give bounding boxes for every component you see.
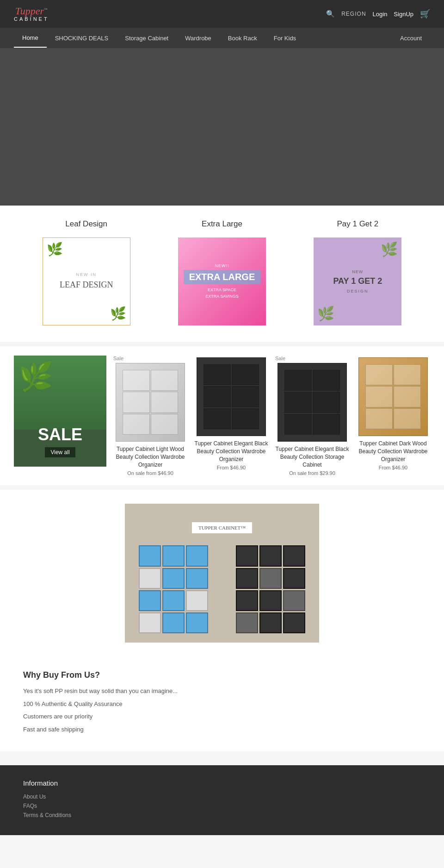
extra-main-text: EXTRA LARGE	[184, 270, 261, 284]
category-card-pay[interactable]: Pay 1 Get 2 🌿 NEW PAY 1 GET 2 DESIGN 🌿	[295, 219, 421, 328]
product-3-name: Tupper Cabinet Elegant Black Beauty Coll…	[275, 445, 349, 468]
product-1-name: Tupper Cabinet Light Wood Beauty Collect…	[113, 445, 187, 468]
region-label: REGION	[341, 11, 366, 17]
pay-icon-bl: 🌿	[317, 306, 334, 322]
extra-sub-lines: EXTRA SPACE EXTRA SAVINGS	[205, 287, 238, 300]
footer-link-terms[interactable]: Terms & Conditions	[23, 812, 421, 818]
category-section: Leaf Design 🌿 NEW IN LEAF DESIGN 🌿 Extra…	[0, 206, 444, 342]
product-1-price: On sale from $46.90	[127, 470, 173, 476]
why-item-3: Customers are our priority	[23, 712, 421, 721]
signup-link[interactable]: SignUp	[394, 11, 413, 18]
why-item-4: Fast and safe shipping	[23, 725, 421, 734]
nav-item-storage-cabinet[interactable]: Storage Cabinet	[117, 29, 177, 47]
footer-link-faqs[interactable]: FAQs	[23, 803, 421, 809]
product-card-2[interactable]: Tupper Cabinet Elegant Black Beauty Coll…	[194, 356, 268, 470]
header: Tupper™ CABINET 🔍 REGION Login SignUp 🛒	[0, 0, 444, 28]
view-all-label[interactable]: View all	[45, 447, 75, 457]
category-grid: Leaf Design 🌿 NEW IN LEAF DESIGN 🌿 Extra…	[23, 219, 421, 328]
product-3-image	[278, 363, 347, 442]
product-2-name: Tupper Cabinet Elegant Black Beauty Coll…	[194, 440, 268, 463]
nav-item-shocking-deals[interactable]: SHOCKING DEALS	[47, 29, 117, 47]
pay-design-text: DESIGN	[347, 289, 369, 293]
product-4-name: Tupper Cabinet Dark Wood Beauty Collecti…	[356, 440, 430, 463]
category-image-pay: 🌿 NEW PAY 1 GET 2 DESIGN 🌿	[311, 235, 404, 328]
category-title-pay: Pay 1 Get 2	[337, 219, 378, 229]
pay-badge: NEW	[352, 269, 363, 274]
cabinet-blue	[139, 545, 208, 633]
logo-tupper: Tupper™	[15, 6, 48, 16]
nav-item-book-rack[interactable]: Book Rack	[220, 29, 265, 47]
category-image-leaf: 🌿 NEW IN LEAF DESIGN 🌿	[40, 235, 133, 328]
leaf-icon-br: 🌿	[110, 306, 126, 321]
footer-info-title: Information	[23, 779, 421, 787]
why-title: Why Buy From Us?	[23, 670, 421, 680]
login-link[interactable]: Login	[373, 11, 388, 18]
category-title-leaf: Leaf Design	[65, 219, 107, 229]
nav: Home SHOCKING DEALS Storage Cabinet Ward…	[0, 28, 444, 48]
pay-main-text: PAY 1 GET 2	[333, 276, 382, 287]
category-card-extra[interactable]: Extra Large NEW!! EXTRA LARGE EXTRA SPAC…	[159, 219, 285, 328]
extra-badge: NEW!!	[215, 263, 229, 268]
hero-banner	[0, 48, 444, 206]
search-icon[interactable]: 🔍	[326, 10, 335, 18]
product-1-sale-badge: Sale	[113, 356, 123, 361]
footer-link-about[interactable]: About Us	[23, 793, 421, 800]
product-card-1[interactable]: Sale Tupper Cabinet Light Wood Beauty Co…	[113, 356, 187, 476]
product-2-image	[197, 357, 266, 436]
nav-item-for-kids[interactable]: For Kids	[265, 29, 304, 47]
cabinet-dark	[236, 545, 305, 633]
logo-cabinet: CABINET	[14, 16, 49, 22]
brand-logo: TUPPER CABINET™	[192, 522, 252, 533]
product-card-3[interactable]: Sale Tupper Cabinet Elegant Black Beauty…	[275, 356, 349, 476]
product-card-4[interactable]: Tupper Cabinet Dark Wood Beauty Collecti…	[356, 356, 430, 470]
products-section: 🌿 SALE View all Sale Tupper Cabinet Ligh…	[0, 346, 444, 485]
products-grid: 🌿 SALE View all Sale Tupper Cabinet Ligh…	[14, 356, 430, 476]
category-image-extra: NEW!! EXTRA LARGE EXTRA SPACE EXTRA SAVI…	[176, 235, 268, 328]
nav-account[interactable]: Account	[392, 29, 430, 47]
leaf-main-text: LEAF DESIGN	[60, 280, 113, 290]
brand-section: TUPPER CABINET™	[0, 490, 444, 656]
nav-item-wardrobe[interactable]: Wardrobe	[177, 29, 220, 47]
why-item-1: Yes it's soft PP resin but way solid tha…	[23, 687, 421, 696]
leaf-icon-tl: 🌿	[47, 242, 63, 257]
product-4-image	[358, 357, 428, 436]
leaf-sub-text: NEW IN	[76, 272, 97, 277]
product-2-price: From $46.90	[217, 465, 246, 470]
pay-icon-tr: 🌿	[381, 241, 398, 257]
product-3-sale-badge: Sale	[275, 356, 285, 361]
why-section: Why Buy From Us? Yes it's soft PP resin …	[0, 656, 444, 751]
category-title-extra: Extra Large	[202, 219, 242, 229]
sale-banner[interactable]: 🌿 SALE View all	[14, 356, 106, 467]
brand-image: TUPPER CABINET™	[125, 504, 319, 643]
product-4-price: From $46.90	[379, 465, 407, 470]
logo[interactable]: Tupper™ CABINET	[14, 6, 49, 22]
cart-icon[interactable]: 🛒	[420, 9, 430, 19]
why-item-2: 100 % Authentic & Quality Assurance	[23, 699, 421, 709]
sale-text: SALE	[38, 425, 82, 444]
product-1-image	[116, 363, 185, 442]
product-3-price: On sale from $29.90	[289, 470, 335, 476]
category-card-leaf[interactable]: Leaf Design 🌿 NEW IN LEAF DESIGN 🌿	[23, 219, 149, 328]
nav-item-home[interactable]: Home	[14, 29, 47, 48]
footer: Information About Us FAQs Terms & Condit…	[0, 765, 444, 835]
sale-leaf-decor: 🌿	[18, 360, 53, 393]
header-right: 🔍 REGION Login SignUp 🛒	[326, 9, 430, 19]
